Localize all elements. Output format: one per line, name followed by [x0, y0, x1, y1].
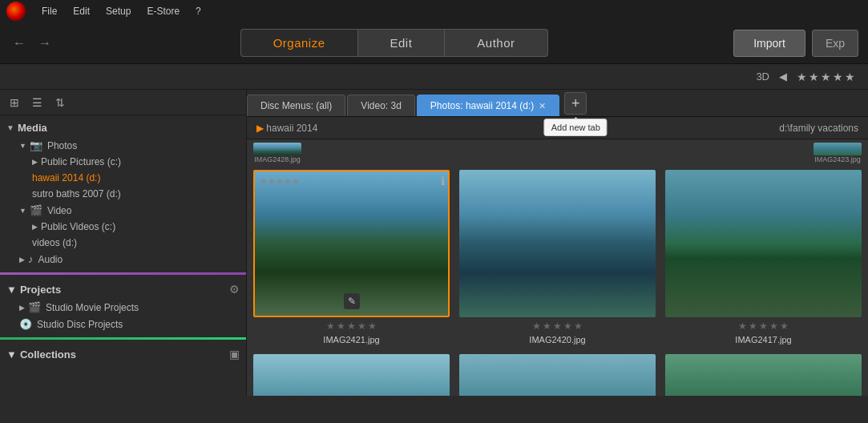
sidebar-item-sutro[interactable]: sutro baths 2007 (d:) [0, 186, 246, 202]
sidebar-toolbar: ⊞ ☰ ⇅ [0, 90, 246, 115]
projects-header: ▼ Projects ⚙ [0, 280, 246, 299]
partial-name-1: IMAG2428.jpg [254, 155, 301, 163]
projects-label: Projects [20, 284, 61, 296]
import-button[interactable]: Import [733, 30, 805, 57]
movie-icon: 🎬 [28, 301, 41, 313]
menu-file[interactable]: File [35, 3, 63, 19]
sidebar-item-public-pictures[interactable]: ▶ Public Pictures (c:) [0, 154, 246, 170]
add-tab-tooltip: Add new tab [544, 119, 608, 136]
star-4: ★ [833, 70, 843, 83]
partial-photo-right: IMAG2423.jpg [813, 143, 862, 163]
thumb-stars-0: ★★★★★ [260, 176, 300, 187]
mode-switcher: Organize Edit Author [64, 29, 724, 57]
redo-button[interactable]: → [35, 34, 55, 52]
menu-help[interactable]: ? [189, 3, 208, 19]
projects-gear-icon[interactable]: ⚙ [229, 283, 240, 296]
photo-item-5[interactable]: ★ ★ ★ ★ ★ IMAG2407.jpg [665, 354, 862, 396]
playback-icon: ◀ [779, 70, 787, 83]
projects-divider [0, 337, 246, 340]
menu-setup[interactable]: Setup [99, 3, 137, 19]
info-icon-0[interactable]: ℹ [441, 175, 445, 187]
photo-item-2[interactable]: ★ ★ ★ ★ ★ IMAG2417.jpg [665, 170, 862, 344]
photo-name-0: IMAG2421.jpg [323, 335, 379, 344]
sm-triangle: ▶ [19, 304, 25, 312]
edit-mode-button[interactable]: Edit [357, 29, 446, 57]
author-mode-button[interactable]: Author [445, 29, 547, 57]
album-triangle: ▶ [256, 123, 266, 134]
menu-estore[interactable]: E-Store [140, 3, 186, 19]
photo-item-1[interactable]: ★ ★ ★ ★ ★ IMAG2420.jpg [459, 170, 656, 344]
collections-icon[interactable]: ▣ [229, 348, 240, 361]
photo-name-1: IMAG2420.jpg [529, 335, 585, 344]
sidebar: ⊞ ☰ ⇅ ▼ Media ▼ 📷 Photos ▶ Public Pictur… [0, 90, 247, 396]
projects-header-left[interactable]: ▼ Projects [6, 284, 61, 296]
public-pictures-label: Public Pictures (c:) [41, 156, 121, 167]
sidebar-item-photos[interactable]: ▼ 📷 Photos [0, 137, 246, 154]
sidebar-item-videos[interactable]: videos (d:) [0, 235, 246, 251]
collections-header: ▼ Collections ▣ [0, 344, 246, 364]
photo-thumb-4[interactable] [459, 354, 656, 396]
projects-triangle: ▼ [6, 284, 17, 296]
pp-triangle: ▶ [32, 158, 38, 166]
partial-photo-left: IMAG2428.jpg [253, 143, 301, 163]
content-area: Disc Menus: (all) Video: 3d Photos: hawa… [247, 90, 868, 396]
studio-movie-label: Studio Movie Projects [46, 302, 139, 313]
tab-close-icon[interactable]: ✕ [539, 101, 546, 111]
menu-edit[interactable]: Edit [67, 3, 96, 19]
photo-item-4[interactable]: ★ ★ ★ ★ ★ IMAG2408.jpg [459, 354, 656, 396]
photo-thumb-3[interactable] [253, 354, 450, 396]
tab-photos-hawaii[interactable]: Photos: hawaii 2014 (d:) ✕ [417, 95, 559, 116]
photo-item-3[interactable]: ★ ★ ★ ★ ★ IMAG2409.jpg [253, 354, 450, 396]
app-logo [6, 2, 26, 21]
undo-button[interactable]: ← [10, 34, 29, 52]
edit-icon-0[interactable]: ✎ [344, 293, 360, 309]
3d-button[interactable]: 3D [756, 70, 769, 83]
audio-label: Audio [38, 254, 63, 265]
sidebar-view-button[interactable]: ⊞ [6, 95, 22, 111]
collections-label: Collections [20, 348, 76, 361]
photo-thumb-1[interactable] [459, 170, 656, 317]
sidebar-sort-button[interactable]: ⇅ [52, 95, 68, 111]
photo-thumb-5[interactable] [665, 354, 862, 396]
organize-mode-button[interactable]: Organize [240, 29, 357, 57]
hawaii-label: hawaii 2014 (d:) [32, 172, 100, 183]
partial-thumb-2 [813, 143, 862, 155]
studio-disc-label: Studio Disc Projects [37, 319, 123, 330]
menu-bar: File Edit Setup E-Store ? [0, 0, 868, 22]
tab-video-3d[interactable]: Video: 3d [347, 95, 415, 116]
star-2: ★ [809, 70, 819, 83]
photos-triangle: ▼ [19, 142, 26, 150]
video-label: Video [47, 205, 71, 216]
photo-thumb-0[interactable]: ℹ ★★★★★ ✎ [253, 170, 450, 317]
photo-thumb-2[interactable] [665, 170, 862, 317]
sidebar-item-studio-disc[interactable]: 💿 Studio Disc Projects [0, 316, 246, 332]
sidebar-item-studio-movie[interactable]: ▶ 🎬 Studio Movie Projects [0, 299, 246, 316]
public-videos-label: Public Videos (c:) [41, 221, 115, 232]
star-3: ★ [821, 70, 831, 83]
media-divider [0, 272, 246, 275]
sidebar-item-audio[interactable]: ▶ ♪ Audio [0, 251, 246, 268]
video-triangle: ▼ [19, 207, 26, 215]
export-button[interactable]: Exp [812, 30, 858, 57]
add-tab-button[interactable]: + Add new tab [564, 92, 587, 115]
tab-disc-menus-label: Disc Menus: (all) [260, 100, 332, 111]
sidebar-list-button[interactable]: ☰ [29, 95, 46, 111]
media-header[interactable]: ▼ Media [0, 119, 246, 137]
video-icon: 🎬 [30, 204, 42, 216]
videos-label: videos (d:) [32, 237, 77, 248]
disc-icon: 💿 [19, 318, 32, 330]
toolbar-right: Import Exp [724, 30, 868, 57]
photo-item-0[interactable]: ℹ ★★★★★ ✎ ★ ★ ★ ★ ★ IMAG2421.jpg [253, 170, 450, 344]
tab-video-3d-label: Video: 3d [361, 100, 402, 111]
photo-name-2: IMAG2417.jpg [735, 335, 791, 344]
tab-disc-menus[interactable]: Disc Menus: (all) [247, 95, 345, 116]
sidebar-item-video[interactable]: ▼ 🎬 Video [0, 202, 246, 219]
collections-triangle: ▼ [6, 348, 17, 361]
sidebar-item-hawaii[interactable]: hawaii 2014 (d:) [0, 170, 246, 186]
toolbar-left: ← → [0, 34, 64, 52]
collections-header-left[interactable]: ▼ Collections [6, 348, 76, 361]
photo-stars-0: ★ ★ ★ ★ ★ [326, 320, 377, 332]
sidebar-item-public-videos[interactable]: ▶ Public Videos (c:) [0, 219, 246, 235]
album-label-text: hawaii 2014 [266, 123, 317, 134]
sub-toolbar: 3D ◀ ★ ★ ★ ★ ★ [0, 64, 868, 90]
